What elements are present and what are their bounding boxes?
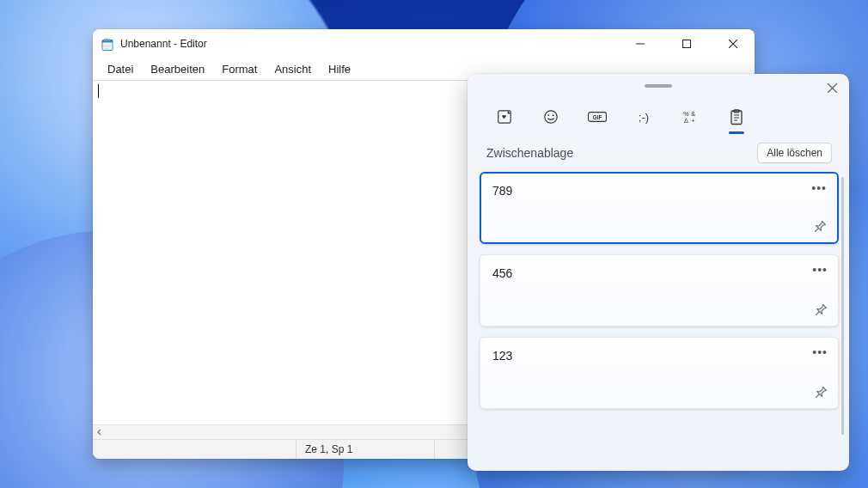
grip-handle-icon	[645, 84, 672, 88]
menu-file[interactable]: Datei	[100, 60, 141, 78]
clipboard-item[interactable]: 456 •••	[480, 254, 839, 326]
notepad-icon	[101, 38, 113, 51]
svg-text:Δ: Δ	[684, 117, 688, 125]
svg-rect-3	[106, 39, 107, 41]
svg-text:+: +	[691, 117, 694, 125]
svg-rect-9	[683, 40, 691, 48]
notepad-title: Unbenannt - Editor	[120, 38, 207, 50]
svg-rect-7	[104, 46, 111, 47]
clear-all-button[interactable]: Alle löschen	[757, 143, 832, 163]
pin-icon[interactable]	[813, 220, 827, 234]
panel-close-button[interactable]	[820, 77, 844, 98]
svg-rect-6	[104, 45, 111, 46]
clipboard-title: Zwischenablage	[486, 146, 757, 160]
clipboard-item-text: 123	[492, 349, 512, 363]
svg-text:&: &	[691, 110, 695, 118]
menu-edit[interactable]: Bearbeiten	[143, 60, 212, 78]
svg-point-11	[545, 111, 557, 123]
minimize-button[interactable]	[620, 30, 660, 58]
clipboard-item[interactable]: 789 •••	[480, 172, 839, 244]
svg-rect-8	[104, 48, 108, 49]
clipboard-header: Zwischenablage Alle löschen	[468, 134, 849, 168]
clipboard-item-text: 789	[492, 184, 512, 198]
svg-text:%: %	[683, 110, 689, 118]
svg-point-12	[547, 114, 549, 116]
menu-format[interactable]: Format	[214, 60, 265, 78]
pin-icon[interactable]	[814, 303, 828, 317]
svg-rect-2	[104, 39, 105, 41]
text-caret	[98, 84, 99, 98]
more-icon[interactable]: •••	[812, 264, 828, 276]
clipboard-item[interactable]: 123 •••	[480, 337, 839, 409]
close-button[interactable]	[713, 30, 753, 58]
clipboard-item-text: 456	[492, 266, 512, 280]
pin-icon[interactable]	[814, 386, 828, 400]
tab-gif[interactable]: GIF	[583, 103, 612, 131]
svg-text:GIF: GIF	[593, 114, 602, 120]
panel-grip-area[interactable]	[468, 74, 849, 98]
tab-stickers[interactable]	[490, 103, 519, 131]
menu-help[interactable]: Hilfe	[321, 60, 358, 78]
menu-view[interactable]: Ansicht	[266, 60, 319, 78]
tab-symbols[interactable]: % & Δ +	[675, 103, 705, 131]
panel-scrollbar[interactable]	[841, 177, 844, 435]
status-position: Ze 1, Sp 1	[296, 440, 435, 459]
tab-clipboard[interactable]	[722, 103, 751, 131]
tab-emoji[interactable]	[536, 103, 565, 131]
notepad-titlebar[interactable]: Unbenannt - Editor	[93, 29, 755, 58]
clipboard-list: 789 ••• 456 ••• 123 •••	[468, 168, 849, 471]
more-icon[interactable]: •••	[812, 346, 828, 358]
maximize-button[interactable]	[667, 30, 706, 58]
svg-point-13	[553, 114, 554, 116]
scroll-left-icon[interactable]	[93, 425, 107, 439]
more-icon[interactable]: •••	[811, 182, 827, 194]
tab-kaomoji[interactable]: ;-)	[629, 103, 658, 131]
clipboard-panel: GIF ;-) % & Δ + Zwischenablage Alle lösc…	[468, 74, 849, 471]
svg-rect-5	[109, 39, 110, 41]
panel-tabs: GIF ;-) % & Δ +	[468, 98, 849, 134]
svg-rect-4	[107, 39, 108, 41]
